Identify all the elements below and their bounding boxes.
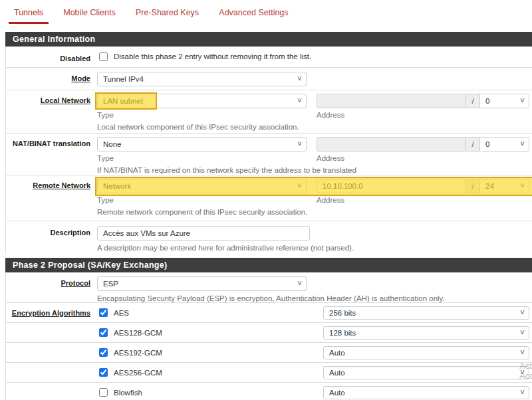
aes-keylen-select[interactable]: 256 bits ˅	[323, 306, 529, 320]
aes192gcm-checkbox[interactable]	[99, 348, 108, 357]
chevron-down-icon: ˅	[520, 387, 525, 399]
remote-network-address-input[interactable]	[317, 179, 466, 193]
description-input[interactable]	[97, 226, 310, 241]
general-information-header: General Information	[5, 32, 532, 47]
algorithm-name: AES256-GCM	[114, 368, 162, 377]
local-network-address-input	[317, 94, 466, 108]
algorithm-name: AES192-GCM	[114, 348, 162, 357]
local-network-type-select[interactable]: LAN subnet ˅	[97, 94, 307, 108]
chevron-down-icon: ˅	[520, 347, 525, 359]
local-network-help: Local network component of this IPsec se…	[97, 123, 532, 132]
general-information-panel: General Information Disabled Disable thi…	[5, 32, 532, 254]
algorithm-name: Blowfish	[114, 388, 142, 397]
remote-network-label: Remote Network	[33, 181, 90, 189]
algorithm-name: AES	[114, 308, 129, 318]
chevron-down-icon: ˅	[297, 138, 302, 151]
chevron-down-icon: ˅	[297, 94, 302, 108]
address-caption: Address	[317, 196, 344, 205]
nat-binat-prefix-select[interactable]: 0 ˅	[479, 137, 529, 151]
phase2-proposal-panel: Phase 2 Proposal (SA/Key Exchange) Proto…	[5, 258, 532, 400]
address-caption: Address	[317, 111, 344, 120]
disabled-row: Disabled Disable this phase 2 entry with…	[6, 47, 532, 67]
chevron-down-icon: ˅	[520, 94, 525, 108]
aes128gcm-keylen-select[interactable]: 128 bits ˅	[323, 326, 529, 340]
nat-binat-label: NAT/BINAT translation	[13, 140, 90, 148]
aes192gcm-keylen-select[interactable]: Auto ˅	[323, 346, 529, 359]
protocol-label: Protocol	[61, 279, 90, 287]
protocol-row: Protocol ESP ˅ Encapsulating Security Pa…	[6, 272, 532, 302]
blowfish-checkbox[interactable]	[99, 388, 108, 397]
mode-select[interactable]: Tunnel IPv4 ˅	[97, 72, 307, 86]
address-caption: Address	[317, 154, 344, 163]
disabled-label: Disabled	[60, 54, 90, 62]
tab-tunnels[interactable]: Tunnels	[9, 7, 49, 24]
chevron-down-icon: ˅	[297, 72, 302, 86]
local-network-label: Local Network	[41, 96, 90, 104]
remote-network-type-select[interactable]: Network ˅	[97, 179, 307, 193]
nat-binat-row: NAT/BINAT translation None ˅ / 0 ˅	[6, 133, 532, 175]
tab-mobile-clients[interactable]: Mobile Clients	[58, 7, 121, 22]
prefix-separator: /	[466, 94, 479, 108]
protocol-select[interactable]: ESP ˅	[97, 276, 307, 291]
type-caption: Type	[97, 196, 317, 205]
chevron-down-icon: ˅	[297, 277, 302, 290]
disabled-checkbox[interactable]	[99, 52, 108, 61]
description-row: Description A description may be entered…	[6, 221, 532, 254]
encryption-row-aes: Encryption Algorithms AES 256 bits ˅	[6, 302, 532, 322]
aes256gcm-keylen-select[interactable]: Auto ˅	[323, 366, 529, 379]
nat-binat-address-input	[317, 137, 466, 151]
chevron-down-icon: ˅	[520, 327, 525, 339]
chevron-down-icon: ˅	[297, 179, 302, 193]
local-network-prefix-select[interactable]: 0 ˅	[479, 94, 529, 108]
nat-binat-help: If NAT/BINAT is required on this network…	[97, 166, 532, 175]
tab-bar: Tunnels Mobile Clients Pre-Shared Keys A…	[0, 0, 532, 32]
prefix-separator: /	[466, 179, 479, 193]
mode-row: Mode Tunnel IPv4 ˅	[6, 67, 532, 90]
description-label: Description	[50, 229, 90, 237]
remote-network-row: Remote Network Network ˅ / 24 ˅	[6, 175, 532, 221]
prefix-separator: /	[466, 137, 479, 151]
chevron-down-icon: ˅	[520, 367, 525, 379]
tab-advanced-settings[interactable]: Advanced Settings	[213, 7, 293, 22]
chevron-down-icon: ˅	[520, 179, 525, 193]
disabled-checkbox-label: Disable this phase 2 entry without remov…	[114, 52, 311, 61]
aes128gcm-checkbox[interactable]	[99, 328, 108, 337]
type-caption: Type	[97, 154, 317, 163]
algorithm-name: AES128-GCM	[114, 328, 162, 338]
phase2-proposal-header: Phase 2 Proposal (SA/Key Exchange)	[5, 258, 532, 272]
tab-pre-shared-keys[interactable]: Pre-Shared Keys	[130, 7, 204, 22]
chevron-down-icon: ˅	[520, 307, 525, 319]
encryption-row-aes256gcm: AES256-GCM Auto ˅	[6, 362, 532, 382]
local-network-row: Local Network LAN subnet ˅ / 0 ˅	[6, 90, 532, 133]
nat-binat-type-select[interactable]: None ˅	[97, 137, 307, 151]
remote-network-prefix-select[interactable]: 24 ˅	[479, 179, 529, 193]
encryption-row-aes128gcm: AES128-GCM 128 bits ˅	[6, 322, 532, 342]
encryption-row-blowfish: Blowfish Auto ˅	[6, 382, 532, 400]
chevron-down-icon: ˅	[520, 138, 525, 151]
remote-network-help: Remote network component of this IPsec s…	[97, 208, 532, 217]
encryption-algorithms-label: Encryption Algorithms	[12, 309, 90, 317]
aes-checkbox[interactable]	[99, 308, 108, 317]
aes256gcm-checkbox[interactable]	[99, 368, 108, 377]
type-caption: Type	[97, 111, 317, 120]
mode-label: Mode	[71, 74, 90, 82]
encryption-row-aes192gcm: AES192-GCM Auto ˅	[6, 342, 532, 362]
description-help: A description may be entered here for ad…	[97, 244, 532, 252]
blowfish-keylen-select[interactable]: Auto ˅	[323, 386, 529, 399]
